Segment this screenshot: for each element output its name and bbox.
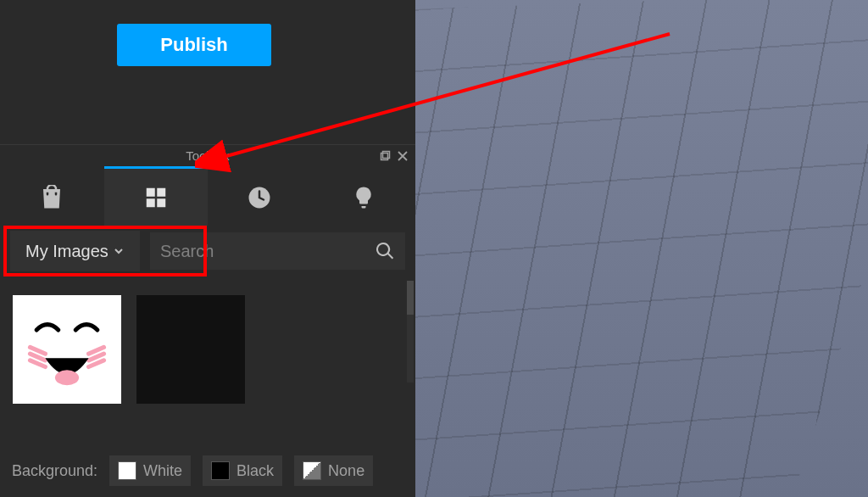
svg-point-4 xyxy=(55,370,79,385)
clock-icon xyxy=(247,185,272,210)
filter-row: My Images xyxy=(0,226,415,276)
grid-icon xyxy=(143,185,169,210)
tab-inventory[interactable] xyxy=(104,166,209,226)
swatch-none-icon xyxy=(303,461,321,480)
svg-rect-0 xyxy=(381,154,388,160)
swatch-black-icon xyxy=(211,461,230,480)
bg-option-label: None xyxy=(328,462,364,480)
chevron-down-icon xyxy=(113,245,125,257)
decal-face-thumbnail xyxy=(13,295,121,404)
toolbox-header: Toolbox xyxy=(0,145,415,166)
background-label: Background: xyxy=(12,462,97,480)
search-icon[interactable] xyxy=(375,241,395,261)
toolbox-panel: Toolbox xyxy=(0,144,415,497)
left-panel: Publish Toolbox xyxy=(0,0,415,497)
undock-icon[interactable] xyxy=(380,148,392,169)
background-row: Background: White Black None xyxy=(0,451,415,490)
search-box xyxy=(150,232,405,270)
bg-option-label: White xyxy=(143,462,182,480)
close-icon[interactable] xyxy=(397,148,409,169)
3d-viewport[interactable] xyxy=(415,0,868,497)
tab-marketplace[interactable] xyxy=(0,166,104,226)
scroll-thumb[interactable] xyxy=(407,281,414,315)
svg-rect-1 xyxy=(383,152,390,159)
toolbox-tab-bar xyxy=(0,166,415,226)
swatch-white-icon xyxy=(118,461,136,480)
shopping-bag-icon xyxy=(39,185,64,210)
asset-grid xyxy=(0,276,415,414)
asset-item[interactable] xyxy=(136,295,245,404)
lightbulb-icon xyxy=(351,185,376,210)
bg-option-black[interactable]: Black xyxy=(203,455,282,486)
toolbox-title: Toolbox xyxy=(186,145,230,166)
tab-creations[interactable] xyxy=(312,166,416,226)
bg-option-label: Black xyxy=(236,462,274,480)
publish-button[interactable]: Publish xyxy=(117,24,271,66)
bg-option-none[interactable]: None xyxy=(294,455,373,486)
asset-item[interactable] xyxy=(13,295,121,404)
dropdown-selected: My Images xyxy=(25,242,108,261)
asset-scrollbar[interactable] xyxy=(407,281,414,383)
search-input[interactable] xyxy=(160,242,375,261)
bg-option-white[interactable]: White xyxy=(109,455,191,486)
category-dropdown[interactable]: My Images xyxy=(10,231,140,271)
tab-recent[interactable] xyxy=(208,166,312,226)
svg-rect-3 xyxy=(13,295,121,404)
